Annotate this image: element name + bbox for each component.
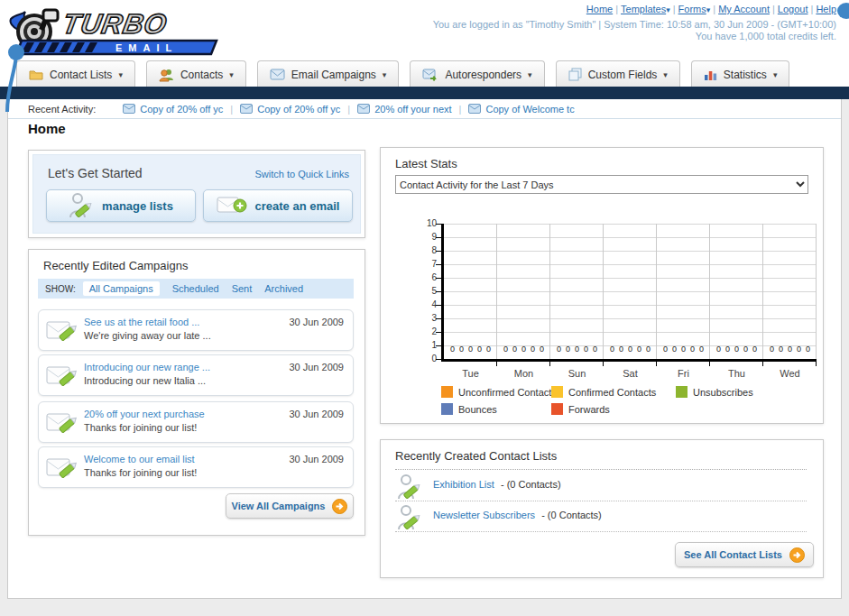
recent-activity-link[interactable]: 20% off your next <box>357 104 451 115</box>
top-link-separator: | <box>772 4 775 14</box>
tab-label: Contact Lists <box>50 69 112 81</box>
chart-value-label: 0 <box>503 345 508 354</box>
campaign-row[interactable]: Welcome to our email listThanks for join… <box>38 446 354 488</box>
filter-sent[interactable]: Sent <box>232 283 253 294</box>
chart-gridline-h <box>444 237 817 238</box>
contacts-icon <box>159 68 174 82</box>
top-link-forms[interactable]: Forms ▾ <box>678 4 711 14</box>
chart-x-tick <box>549 362 550 366</box>
main-content: Recent Activity: Copy of 20% off yc|Copy… <box>7 99 842 599</box>
top-link-my-account[interactable]: My Account <box>718 4 770 14</box>
contact-list-row[interactable]: Exhibition List - (0 Contacts) <box>395 471 807 501</box>
legend-label: Unsubscribes <box>693 387 753 398</box>
chevron-down-icon: ▾ <box>773 70 778 79</box>
chart-value-label: 0 <box>663 345 668 354</box>
mail-small-icon <box>468 104 481 114</box>
stats-period-select[interactable]: Contact Activity for the Last 7 Days <box>395 175 808 194</box>
top-link-templates[interactable]: Templates ▾ <box>621 4 670 14</box>
campaign-date: 30 Jun 2009 <box>289 362 344 372</box>
switch-to-quick-links-link[interactable]: Switch to Quick Links <box>254 169 349 179</box>
tab-custom-fields[interactable]: Custom Fields▾ <box>556 60 680 87</box>
tab-label: Custom Fields <box>588 69 658 81</box>
campaign-row[interactable]: 20% off your next purchaseThanks for joi… <box>38 401 354 443</box>
chart-value-label: 0 <box>806 345 810 354</box>
chart-x-label: Wed <box>763 368 817 379</box>
chart-gridline-h <box>444 251 817 252</box>
chart-x-tick <box>603 362 604 366</box>
activity-separator: | <box>230 104 233 115</box>
see-all-contact-lists-label: See All Contact Lists <box>684 549 782 560</box>
chart-y-tick <box>436 237 441 238</box>
chart-x-label: Thu <box>710 368 763 379</box>
chart-x-tick <box>762 362 763 366</box>
create-an-email-button[interactable]: create an email <box>203 189 353 222</box>
contact-list-name-link[interactable]: Exhibition List <box>433 479 494 490</box>
recent-activity-link[interactable]: Copy of 20% off yc <box>240 104 340 115</box>
help-bubble-icon[interactable] <box>837 3 849 19</box>
campaign-date: 30 Jun 2009 <box>289 454 344 464</box>
campaign-row[interactable]: Introducing our new range ...Introducing… <box>38 354 354 396</box>
top-link-logout[interactable]: Logout <box>778 4 808 14</box>
campaign-title-link[interactable]: 20% off your next purchase <box>84 409 205 419</box>
chart-value-label: 0 <box>734 345 739 354</box>
contact-list-row[interactable]: Newsletter Subscribers - (0 Contacts) <box>395 501 807 532</box>
campaign-title-link[interactable]: Welcome to our email list <box>84 454 195 464</box>
tab-statistics[interactable]: Statistics▾ <box>691 60 790 87</box>
chart-value-label: 0 <box>477 345 482 354</box>
chevron-down-icon: ▾ <box>666 5 670 14</box>
turbo-email-logo[interactable]: TURBO EMAIL <box>7 3 224 57</box>
chart-x-tick <box>816 362 817 366</box>
mail-pencil-icon <box>46 410 78 435</box>
chart-x-label: Sun <box>550 368 604 379</box>
chevron-down-icon: ▾ <box>118 70 123 79</box>
tab-contacts[interactable]: Contacts▾ <box>146 60 246 87</box>
contact-list-count: - (0 Contacts) <box>498 479 561 490</box>
chart-y-tick <box>436 291 441 292</box>
filter-scheduled[interactable]: Scheduled <box>172 283 219 294</box>
chart-gridline-v <box>603 224 604 359</box>
mail-pencil-icon <box>46 318 78 343</box>
tab-autoresponders[interactable]: Autoresponders▾ <box>410 60 544 87</box>
campaigns-panel-title: Recently Edited Campaigns <box>43 259 188 272</box>
person-pencil-icon <box>397 473 422 501</box>
chart-legend: Unconfirmed ContactsConfirmed ContactsUn… <box>441 386 814 420</box>
recent-activity-link[interactable]: Copy of 20% off yc <box>123 104 223 115</box>
campaign-row[interactable]: See us at the retail food ...We're givin… <box>38 309 354 351</box>
mail-pencil-icon <box>46 455 78 480</box>
view-all-campaigns-button[interactable]: View All Campaigns <box>226 493 354 519</box>
campaign-filter-bar: SHOW: All CampaignsScheduledSentArchived <box>38 279 354 299</box>
chart-value-labels: 00000 <box>763 345 817 354</box>
filter-archived[interactable]: Archived <box>264 283 303 294</box>
campaign-date: 30 Jun 2009 <box>289 317 344 327</box>
manage-lists-button[interactable]: manage lists <box>46 189 196 222</box>
chart-value-label: 0 <box>450 345 455 354</box>
chart-x-label: Fri <box>657 368 710 379</box>
campaign-title-link[interactable]: Introducing our new range ... <box>84 362 210 372</box>
campaign-subtitle: Introducing our new Italia ... <box>84 375 206 386</box>
tab-contact-lists[interactable]: Contact Lists▾ <box>16 60 135 87</box>
filter-all-campaigns[interactable]: All Campaigns <box>83 281 160 296</box>
see-all-contact-lists-button[interactable]: See All Contact Lists <box>675 542 814 567</box>
contact-list-text: Exhibition List - (0 Contacts) <box>433 479 561 490</box>
chart-value-label: 0 <box>770 345 774 354</box>
recent-activity-link[interactable]: Copy of Welcome tc <box>468 104 574 115</box>
top-link-separator: | <box>713 4 715 14</box>
chart-gridline-h <box>444 278 817 279</box>
tab-email-campaigns[interactable]: Email Campaigns▾ <box>257 60 400 87</box>
chart-y-tick <box>436 224 441 225</box>
autoresponder-icon <box>422 69 438 81</box>
top-link-home[interactable]: Home <box>586 4 613 14</box>
chart-gridline-h <box>444 305 817 306</box>
campaign-subtitle: Thanks for joining our list! <box>84 467 197 478</box>
chart-value-label: 0 <box>743 345 748 354</box>
contact-list-name-link[interactable]: Newsletter Subscribers <box>433 510 535 520</box>
recent-activity-text: Copy of Welcome tc <box>485 104 574 115</box>
chart-value-label: 0 <box>459 345 464 354</box>
get-started-panel: Let's Get Started Switch to Quick Links … <box>28 150 365 238</box>
get-started-title: Let's Get Started <box>48 166 143 180</box>
legend-swatch <box>441 403 453 415</box>
top-link-help[interactable]: Help <box>816 4 836 14</box>
contact-activity-chart: 00000Tue00000Mon00000Sun00000Sat00000Fri… <box>441 224 817 362</box>
campaign-title-link[interactable]: See us at the retail food ... <box>84 317 199 327</box>
chart-y-tick <box>436 251 441 252</box>
